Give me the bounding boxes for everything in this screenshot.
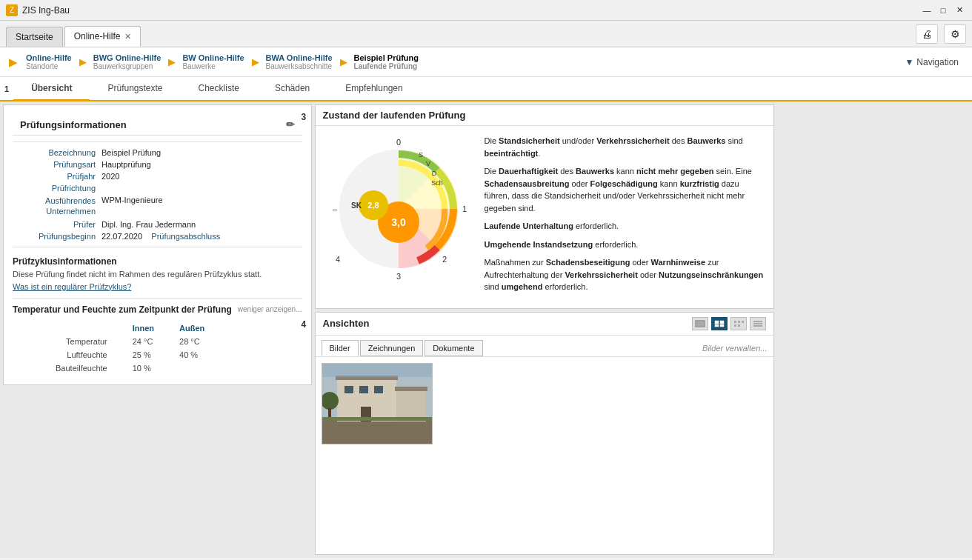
pruefungsabschluss-label: Prüfungsabschluss <box>151 232 220 241</box>
ansichten-icon-0[interactable] <box>692 317 708 330</box>
pruefung-header-title: Prüfungsinformationen <box>20 119 127 130</box>
section-tab-checkliste[interactable]: Checkliste <box>181 77 257 101</box>
svg-rect-6 <box>715 324 719 327</box>
ansichten-tabs: Bilder Zeichnungen Dokumente Bilder verw… <box>316 336 773 357</box>
bc-arrow-1: ▶ <box>168 57 175 67</box>
ansichten-icon-1[interactable] <box>711 317 728 330</box>
print-btn[interactable]: 🖨 <box>916 24 938 44</box>
section-tab-pruefungstexte[interactable]: Prüfungstexte <box>90 77 180 101</box>
info-label-1: Prüfungsart <box>13 160 101 169</box>
titlebar-controls[interactable]: — □ ✕ <box>920 4 966 17</box>
info-label-4: AusführendesUnternehmen <box>13 196 101 217</box>
settings-icon: ⚙ <box>951 28 960 40</box>
tab-close-btn[interactable]: ✕ <box>124 32 131 41</box>
temp-col-innen: Innen <box>121 322 166 334</box>
gauge-ring-s: S <box>419 151 423 159</box>
ansichten-tab-bilder[interactable]: Bilder <box>322 340 359 356</box>
breadcrumb-items: ▶ Online-Hilfe Standorte ▶ BWG Online-Hi… <box>6 50 425 73</box>
gauge-label-0: 0 <box>396 138 400 147</box>
tab-list: Startseite Online-Hilfe ✕ <box>6 26 141 47</box>
close-btn[interactable]: ✕ <box>953 4 966 17</box>
info-row-4: AusführendesUnternehmen WPM-Ingenieure <box>13 196 302 217</box>
settings-btn[interactable]: ⚙ <box>944 24 966 44</box>
tab-online-hilfe-label: Online-Hilfe <box>74 31 121 41</box>
ansichten-panel: Ansichten <box>315 312 774 556</box>
zyklus-header: Prüfzyklusinformationen <box>13 256 302 267</box>
gauge-label-4: 4 <box>335 255 339 264</box>
svg-rect-13 <box>753 321 762 322</box>
gauge-ring-v: V <box>426 160 430 167</box>
info-value-4: WPM-Ingenieure <box>101 196 163 217</box>
image-thumb-0[interactable] <box>322 363 433 444</box>
section-tab-uebersicht[interactable]: Übersicht <box>13 77 90 101</box>
section-number-1: 1 <box>0 77 13 100</box>
zustand-content: 3,0 2,8 SK 0 1 2 3 4 – <box>316 126 773 308</box>
info-value-beginn: 22.07.2020 Prüfungsabschluss <box>101 232 220 241</box>
info-label-3: Prüfrichtung <box>13 184 101 193</box>
temp-row-1: Luftfeuchte 25 % 40 % <box>44 349 216 361</box>
temp-section-header: Temperatur und Feuchte zum Zeitpunkt der… <box>13 304 302 315</box>
tab-online-hilfe[interactable]: Online-Hilfe ✕ <box>64 26 142 47</box>
ansichten-tab-dokumente[interactable]: Dokumente <box>425 340 482 356</box>
section-tab-bar: 1 Übersicht Prüfungstexte Checkliste Sch… <box>0 77 972 101</box>
svg-rect-24 <box>396 390 426 421</box>
ansichten-icon-3[interactable] <box>750 317 766 330</box>
gauge-ring-d: D <box>431 170 436 177</box>
ansichten-header: Ansichten <box>316 313 773 336</box>
maximize-btn[interactable]: □ <box>936 4 950 17</box>
breadcrumb-item-1[interactable]: BWG Online-Hilfe Bauwerksgruppen <box>87 50 167 73</box>
breadcrumb-item-2[interactable]: BW Online-Hilfe Bauwerke <box>176 50 250 73</box>
svg-rect-26 <box>322 417 433 421</box>
temp-header: Temperatur und Feuchte zum Zeitpunkt der… <box>13 304 232 315</box>
image-area <box>316 357 773 555</box>
gauge-center-value: 3,0 <box>391 216 406 228</box>
breadcrumb-item-4[interactable]: Beispiel Prüfung Laufende Prüfung <box>348 50 425 73</box>
svg-rect-7 <box>720 324 724 327</box>
section-tab-empfehlungen[interactable]: Empfehlungen <box>327 77 420 101</box>
breadcrumb-item-3[interactable]: BWA Online-Hilfe Bauwerksabschnitte <box>260 50 339 73</box>
divider-1 <box>13 141 302 142</box>
toolbar-buttons: 🖨 ⚙ <box>916 24 966 47</box>
info-value-0: Beispiel Prüfung <box>101 148 161 157</box>
tab-startseite[interactable]: Startseite <box>6 27 63 47</box>
breadcrumb-bar: ▶ Online-Hilfe Standorte ▶ BWG Online-Hi… <box>0 47 972 77</box>
gauge-label-dash: – <box>332 204 337 213</box>
edit-icon[interactable]: ✏ <box>286 119 295 130</box>
app-title: ZIS Ing-Bau <box>22 5 70 16</box>
zustand-panel-header: Zustand der laufenden Prüfung <box>316 105 773 126</box>
tab-bar: Startseite Online-Hilfe ✕ 🖨 ⚙ <box>0 21 972 47</box>
bc-arrow-2: ▶ <box>252 57 259 67</box>
titlebar-left: Z ZIS Ing-Bau <box>6 4 70 16</box>
bc-arrow-3: ▶ <box>340 57 347 67</box>
zustand-panel: Zustand der laufenden Prüfung <box>315 104 774 309</box>
ansichten-tab-zeichnungen[interactable]: Zeichnungen <box>360 340 424 356</box>
ansichten-icon-2[interactable] <box>730 317 747 330</box>
panel-number-4: 4 <box>302 319 307 330</box>
info-label-0: Bezeichnung <box>13 148 101 157</box>
breadcrumb-item-0[interactable]: Online-Hilfe Standorte <box>20 50 78 73</box>
bc-sub-3: Bauwerksabschnitte <box>266 62 333 70</box>
zustand-header-title: Zustand der laufenden Prüfung <box>323 110 466 121</box>
info-label-5: Prüfer <box>13 220 101 229</box>
temp-link[interactable]: weniger anzeigen... <box>238 305 302 313</box>
svg-rect-9 <box>738 321 740 323</box>
svg-rect-25 <box>395 387 427 391</box>
gauge-ring-sch: Sch <box>431 179 443 187</box>
bc-sub-0: Standorte <box>26 62 72 70</box>
section-tab-schaeden[interactable]: Schäden <box>257 77 327 101</box>
minimize-btn[interactable]: — <box>920 4 933 17</box>
temp-table: Innen Außen Temperatur 24 °C 28 °C Luftf… <box>42 321 218 376</box>
temp-row-2: Bauteilfeuchte 10 % <box>44 362 216 374</box>
gauge-sk-label: SK <box>351 201 362 210</box>
svg-rect-10 <box>742 321 744 323</box>
zyklus-link[interactable]: Was ist ein regulärer Prüfzyklus? <box>13 282 131 291</box>
panel-number-3: 3 <box>302 112 307 122</box>
svg-rect-21 <box>359 386 368 393</box>
bilder-verwalten-link[interactable]: Bilder verwalten... <box>702 344 767 353</box>
divider-3 <box>13 298 302 299</box>
ansichten-tabs-left: Bilder Zeichnungen Dokumente <box>322 340 483 356</box>
navigation-btn[interactable]: ▼ Navigation <box>897 54 966 70</box>
temp-row-innen-0: 24 °C <box>121 336 166 347</box>
bc-sub-1: Bauwerksgruppen <box>93 62 162 70</box>
svg-rect-17 <box>322 419 433 444</box>
